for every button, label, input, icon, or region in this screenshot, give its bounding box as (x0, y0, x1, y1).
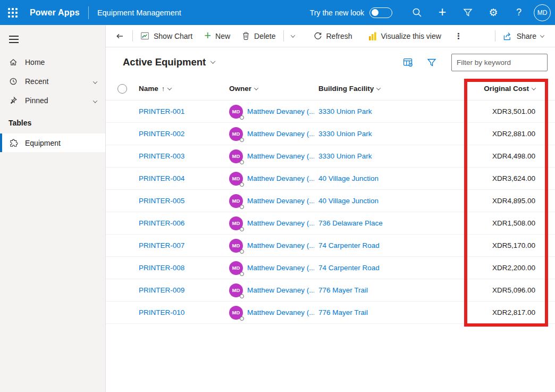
equipment-name-link[interactable]: PRINTER-003 (139, 152, 184, 160)
column-header-owner[interactable]: Owner (229, 85, 318, 93)
collapse-sidebar-icon[interactable] (0, 25, 105, 53)
owner-cell: MDMatthew Devaney (... (229, 194, 318, 208)
original-cost-cell: XDR2,881.00 (466, 130, 540, 138)
table-row[interactable]: PRINTER-005MDMatthew Devaney (...40 Vill… (106, 190, 555, 212)
owner-avatar[interactable]: MD (229, 149, 243, 163)
equipment-name-link[interactable]: PRINTER-010 (139, 308, 184, 316)
owner-avatar[interactable]: MD (229, 239, 243, 253)
owner-avatar[interactable]: MD (229, 105, 243, 119)
owner-avatar[interactable]: MD (229, 172, 243, 186)
chevron-down-icon[interactable] (94, 77, 97, 86)
building-facility-link[interactable]: 74 Carpenter Road (318, 264, 380, 272)
owner-link[interactable]: Matthew Devaney (... (247, 219, 314, 227)
equipment-name-link[interactable]: PRINTER-008 (139, 264, 184, 272)
owner-link[interactable]: Matthew Devaney (... (247, 152, 314, 160)
column-header-original-cost[interactable]: Original Cost (466, 85, 540, 93)
owner-avatar[interactable]: MD (229, 194, 243, 208)
equipment-name-link[interactable]: PRINTER-004 (139, 174, 184, 182)
building-facility-link[interactable]: 776 Mayer Trail (318, 308, 368, 316)
table-row[interactable]: PRINTER-002MDMatthew Devaney (...3330 Un… (106, 123, 555, 145)
edit-filters-icon[interactable] (427, 58, 436, 67)
refresh-button[interactable]: Refresh (308, 25, 358, 47)
table-row[interactable]: PRINTER-004MDMatthew Devaney (...40 Vill… (106, 168, 555, 190)
building-facility-link[interactable]: 736 Delaware Place (318, 219, 383, 227)
chevron-down-icon[interactable] (94, 96, 97, 105)
building-facility-link[interactable]: 776 Mayer Trail (318, 286, 368, 294)
table-row[interactable]: PRINTER-003MDMatthew Devaney (...3330 Un… (106, 145, 555, 168)
building-facility-link[interactable]: 3330 Union Park (318, 130, 372, 138)
building-facility-link[interactable]: 3330 Union Park (318, 107, 372, 115)
building-facility-link[interactable]: 3330 Union Park (318, 152, 372, 160)
owner-link[interactable]: Matthew Devaney (... (247, 241, 314, 249)
owner-avatar[interactable]: MD (229, 261, 243, 275)
building-facility-link[interactable]: 74 Carpenter Road (318, 241, 380, 249)
table-row[interactable]: PRINTER-007MDMatthew Devaney (...74 Carp… (106, 235, 555, 257)
view-selector[interactable]: Active Equipment (123, 56, 215, 68)
owner-avatar-initials: MD (232, 198, 240, 204)
owner-link[interactable]: Matthew Devaney (... (247, 130, 314, 138)
equipment-name-link[interactable]: PRINTER-005 (139, 197, 184, 205)
app-name[interactable]: Equipment Management (97, 9, 181, 17)
column-header-building-facility[interactable]: Building Facility (318, 85, 466, 93)
owner-avatar-initials: MD (232, 109, 240, 114)
owner-link[interactable]: Matthew Devaney (... (247, 107, 314, 115)
owner-link[interactable]: Matthew Devaney (... (247, 308, 314, 316)
table-row[interactable]: PRINTER-009MDMatthew Devaney (...776 May… (106, 279, 555, 302)
sidebar-item-equipment[interactable]: Equipment (0, 134, 105, 152)
building-facility-link[interactable]: 40 Village Junction (318, 174, 379, 182)
owner-avatar-initials: MD (232, 153, 240, 159)
presence-status-icon (240, 294, 244, 298)
add-icon[interactable]: + (430, 0, 455, 25)
owner-avatar[interactable]: MD (229, 306, 243, 320)
presence-status-icon (240, 272, 244, 276)
equipment-name-link[interactable]: PRINTER-001 (139, 107, 184, 115)
sidebar-item-recent[interactable]: Recent (0, 72, 105, 91)
filter-icon[interactable] (455, 0, 481, 25)
owner-link[interactable]: Matthew Devaney (... (247, 286, 314, 294)
sidebar-item-label: Pinned (25, 96, 48, 105)
owner-avatar[interactable]: MD (229, 283, 243, 297)
column-header-name[interactable]: Name ↑ (139, 85, 229, 93)
back-button[interactable] (109, 25, 131, 47)
new-look-label: Try the new look (310, 9, 364, 17)
plus-icon: + (204, 30, 211, 41)
share-button[interactable]: Share (497, 25, 550, 47)
owner-link[interactable]: Matthew Devaney (... (247, 197, 314, 205)
settings-gear-icon[interactable]: ⚙ (481, 0, 506, 25)
new-button[interactable]: + New (198, 25, 236, 47)
equipment-name-link[interactable]: PRINTER-006 (139, 219, 184, 227)
original-cost-value: XDR5,096.00 (492, 286, 535, 294)
building-facility-link[interactable]: 40 Village Junction (318, 197, 379, 205)
show-chart-button[interactable]: Show Chart (134, 25, 198, 47)
account-avatar[interactable]: MD (534, 4, 551, 21)
delete-dropdown-chevron[interactable] (285, 25, 300, 47)
owner-avatar-initials: MD (232, 243, 240, 248)
table-row[interactable]: PRINTER-001MDMatthew Devaney (...3330 Un… (106, 101, 555, 123)
edit-columns-icon[interactable] (403, 57, 413, 68)
app-launcher-waffle-icon[interactable] (0, 0, 26, 25)
table-row[interactable]: PRINTER-006MDMatthew Devaney (...736 Del… (106, 212, 555, 235)
owner-avatar[interactable]: MD (229, 127, 243, 141)
equipment-name-link[interactable]: PRINTER-009 (139, 286, 184, 294)
original-cost-value: XDR4,498.00 (492, 152, 535, 160)
more-commands-icon[interactable]: ⋮ (447, 31, 470, 41)
delete-button[interactable]: Delete (236, 25, 281, 47)
powerapps-brand[interactable]: Power Apps (30, 8, 80, 18)
equipment-name-link[interactable]: PRINTER-002 (139, 130, 184, 138)
search-icon[interactable] (404, 0, 430, 25)
owner-link[interactable]: Matthew Devaney (... (247, 264, 314, 272)
owner-avatar[interactable]: MD (229, 216, 243, 230)
presence-status-icon (240, 205, 244, 209)
equipment-name-link[interactable]: PRINTER-007 (139, 241, 184, 249)
filter-by-keyword-input[interactable] (451, 54, 548, 71)
help-icon[interactable]: ? (506, 0, 532, 25)
owner-link[interactable]: Matthew Devaney (... (247, 174, 314, 182)
sidebar-item-home[interactable]: Home (0, 53, 105, 72)
table-row[interactable]: PRINTER-008MDMatthew Devaney (...74 Carp… (106, 257, 555, 279)
new-look-toggle[interactable] (369, 7, 392, 18)
visualize-view-button[interactable]: Visualize this view (363, 25, 447, 47)
original-cost-value: XDR2,200.00 (492, 264, 535, 272)
select-all-checkbox[interactable] (117, 84, 127, 94)
table-row[interactable]: PRINTER-010MDMatthew Devaney (...776 May… (106, 302, 555, 324)
sidebar-item-pinned[interactable]: Pinned (0, 91, 105, 110)
